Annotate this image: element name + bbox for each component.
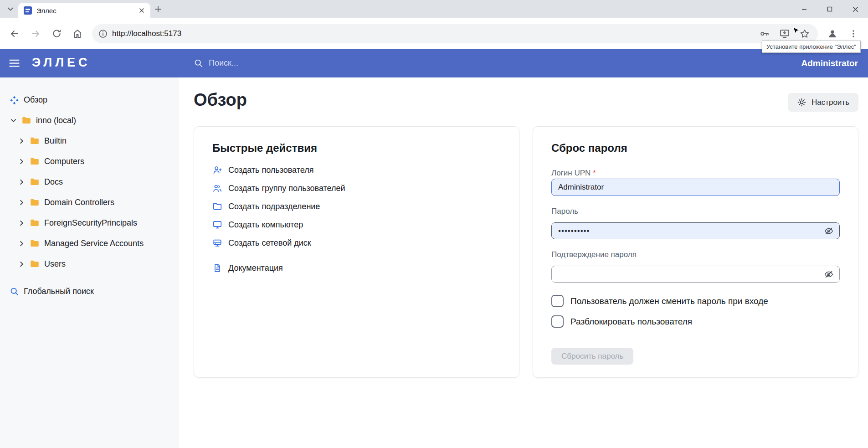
action-label: Создать пользователя [228, 165, 313, 175]
search-placeholder: Поиск... [209, 58, 238, 68]
install-app-tooltip: Установите приложение "Эллес" [762, 41, 861, 53]
configure-button-label: Настроить [812, 98, 849, 107]
eye-off-icon[interactable] [822, 268, 835, 281]
tree-item-computers[interactable]: Computers [0, 154, 179, 168]
action-label: Создать сетевой диск [228, 238, 311, 248]
tree-item-label: ForeignSecurityPrincipals [44, 218, 137, 228]
chevron-right-icon[interactable] [18, 158, 25, 165]
reset-password-button[interactable]: Сбросить пароль [551, 348, 633, 365]
chevron-right-icon[interactable] [18, 240, 25, 247]
tab-list-chevron-icon[interactable] [3, 1, 18, 17]
password-reset-card: Сброс пароля Логин UPN * Пароль Подтверж… [533, 126, 858, 378]
sidebar-item-global-search[interactable]: Глобальный поиск [0, 284, 179, 298]
configure-button[interactable]: Настроить [788, 93, 858, 112]
chevron-right-icon[interactable] [18, 261, 25, 268]
address-bar[interactable]: http://localhost:5173 [92, 24, 818, 43]
confirm-password-label: Подтверждение пароля [551, 250, 840, 260]
action-label: Документация [228, 263, 283, 273]
eye-off-icon[interactable] [822, 225, 835, 237]
url-text[interactable]: http://localhost:5173 [112, 29, 181, 38]
chevron-right-icon[interactable] [18, 199, 25, 206]
tree-item-managed-service-accounts[interactable]: Managed Service Accounts [0, 237, 179, 250]
tree-item-label: Managed Service Accounts [44, 239, 144, 248]
confirm-password-input[interactable] [551, 266, 840, 283]
password-reset-title: Сброс пароля [551, 141, 840, 155]
current-user-label[interactable]: Administrator [801, 49, 858, 77]
checkbox-label: Разблокировать пользователя [570, 317, 692, 327]
action-label: Создать группу пользователей [228, 184, 345, 193]
add-group-icon [212, 183, 222, 193]
tree-item-builtin[interactable]: Builtin [0, 134, 179, 148]
home-icon[interactable] [68, 25, 87, 43]
action-create-user[interactable]: Создать пользователя [212, 161, 501, 179]
folder-icon [30, 156, 40, 166]
sidebar-overview-label: Обзор [24, 95, 47, 105]
search-icon [10, 287, 19, 296]
add-user-icon [212, 165, 222, 175]
tree-item-label: Domain Controllers [44, 198, 114, 207]
tree-item-label: Docs [44, 177, 63, 187]
action-create-group[interactable]: Создать группу пользователей [212, 179, 501, 197]
folder-icon [30, 177, 40, 187]
window-close-icon[interactable] [842, 0, 868, 18]
browser-tabstrip: Эллес [0, 0, 868, 18]
tab-title: Эллес [36, 7, 132, 15]
window-maximize-icon[interactable] [817, 0, 842, 18]
tree-item-docs[interactable]: Docs [0, 175, 179, 189]
chevron-down-icon[interactable] [10, 117, 17, 124]
password-input[interactable] [551, 222, 840, 239]
app-header: ЭЛЛЕС Поиск... Administrator [0, 49, 868, 77]
tree-item-label: Users [44, 259, 66, 269]
folder-icon [21, 115, 31, 125]
add-computer-icon [212, 220, 222, 230]
sidebar: Обзор inno (local) Builtin Computers Doc… [0, 77, 179, 448]
new-tab-icon[interactable] [150, 1, 166, 17]
main-content: Обзор Настроить Быстрые действия Создать… [179, 77, 868, 448]
overview-icon [10, 95, 19, 105]
header-search-input[interactable]: Поиск... [194, 49, 238, 77]
tab-close-icon[interactable] [137, 5, 147, 15]
favicon [24, 6, 32, 15]
window-minimize-icon[interactable] [791, 0, 817, 18]
checkbox-box[interactable] [551, 295, 564, 307]
browser-toolbar: http://localhost:5173 [0, 18, 868, 49]
action-create-ou[interactable]: Создать подразделение [212, 197, 501, 216]
action-label: Создать компьютер [228, 220, 303, 230]
tree-item-domain-controllers[interactable]: Domain Controllers [0, 196, 179, 209]
chevron-right-icon[interactable] [18, 138, 25, 144]
info-icon[interactable] [98, 29, 108, 38]
app-logo: ЭЛЛЕС [32, 56, 91, 70]
star-icon[interactable] [797, 26, 812, 41]
page-title: Обзор [194, 90, 247, 110]
search-icon [194, 58, 203, 68]
action-create-computer[interactable]: Создать компьютер [212, 216, 501, 234]
folder-icon [30, 197, 40, 207]
checkbox-unlock-user[interactable]: Разблокировать пользователя [551, 315, 840, 328]
tree-item-label: Computers [44, 157, 84, 166]
tree-item-foreign-security-principals[interactable]: ForeignSecurityPrincipals [0, 216, 179, 230]
back-icon[interactable] [5, 25, 24, 43]
sidebar-item-overview[interactable]: Обзор [0, 93, 179, 107]
quick-actions-card: Быстрые действия Создать пользователя Со… [194, 126, 519, 378]
checkbox-must-change-password[interactable]: Пользователь должен сменить пароль при в… [551, 295, 840, 307]
password-label: Пароль [551, 207, 840, 217]
tree-item-label: Builtin [44, 136, 67, 146]
login-upn-input[interactable] [551, 179, 840, 196]
hamburger-icon[interactable] [8, 57, 21, 69]
menu-dots-icon[interactable] [844, 25, 863, 43]
key-icon[interactable] [757, 26, 772, 41]
reload-icon[interactable] [47, 25, 66, 43]
chevron-right-icon[interactable] [18, 220, 25, 227]
install-app-icon[interactable] [777, 26, 792, 41]
action-create-network-drive[interactable]: Создать сетевой диск [212, 234, 501, 252]
tree-item-users[interactable]: Users [0, 257, 179, 271]
checkbox-label: Пользователь должен сменить пароль при в… [570, 296, 768, 306]
browser-tab[interactable]: Эллес [18, 3, 150, 18]
chevron-right-icon[interactable] [18, 179, 25, 185]
forward-icon[interactable] [26, 25, 45, 43]
quick-actions-title: Быстрые действия [212, 141, 501, 155]
action-documentation[interactable]: Документация [212, 259, 501, 277]
tree-root-inno[interactable]: inno (local) [0, 113, 179, 127]
profile-icon[interactable] [823, 25, 842, 43]
checkbox-box[interactable] [551, 315, 564, 328]
